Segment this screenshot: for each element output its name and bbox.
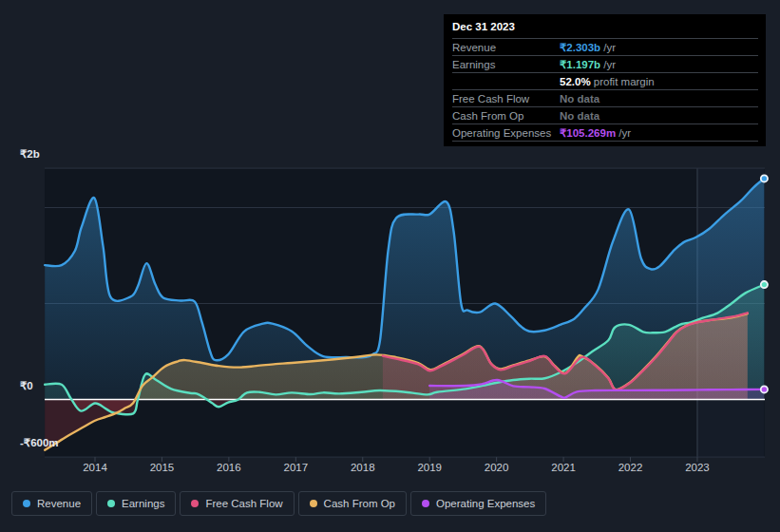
tooltip-value: No data (560, 110, 599, 122)
tooltip-row-revenue: Revenue ₹2.303b /yr (452, 38, 758, 55)
tooltip-value: ₹105.269m /yr (560, 126, 631, 140)
tooltip-value: 52.0% profit margin (560, 76, 655, 87)
y-axis-label: -₹600m (20, 437, 59, 448)
tooltip-label: Cash From Op (452, 110, 560, 122)
tooltip-value-number: No data (560, 93, 599, 104)
tooltip-value-number: No data (560, 110, 599, 122)
tooltip-value: ₹1.197b /yr (560, 58, 616, 71)
legend-label: Revenue (37, 498, 81, 509)
legend-item-cash-from-op[interactable]: Cash From Op (298, 491, 407, 516)
tooltip-value-number: 52.0% (560, 76, 591, 87)
tooltip-row-profit-margin: 52.0% profit margin (452, 72, 758, 89)
series-endpoint-marker (761, 175, 768, 181)
tooltip-value-number: ₹2.303b (560, 42, 600, 53)
legend-label: Free Cash Flow (205, 498, 282, 509)
y-axis-label: ₹2b (20, 148, 40, 160)
y-axis-label: ₹0 (20, 380, 33, 391)
tooltip-row-operating-expenses: Operating Expenses ₹105.269m /yr (452, 124, 758, 142)
x-axis-tick-label: 2017 (284, 462, 309, 473)
tooltip-value: No data (560, 93, 599, 104)
legend-item-revenue[interactable]: Revenue (11, 491, 92, 516)
tooltip-label: Operating Expenses (452, 127, 560, 139)
chart-legend: Revenue Earnings Free Cash Flow Cash Fro… (11, 491, 546, 516)
series-color-dot-icon (107, 500, 115, 507)
x-axis-tick-label: 2019 (417, 462, 442, 473)
tooltip-value-suffix: /yr (616, 127, 631, 139)
tooltip-value-number: ₹1.197b (560, 59, 600, 70)
series-endpoint-marker (761, 386, 768, 392)
x-axis-tick-label: 2020 (485, 462, 509, 473)
x-axis-tick-label: 2022 (618, 462, 643, 473)
series-color-dot-icon (191, 500, 199, 507)
tooltip-value-suffix: /yr (600, 42, 616, 53)
x-axis-tick-label: 2016 (217, 462, 241, 473)
tooltip-value-suffix: profit margin (591, 76, 655, 87)
tooltip-label: Free Cash Flow (452, 93, 560, 104)
x-axis-tick-label: 2014 (83, 462, 107, 473)
tooltip-row-earnings: Earnings ₹1.197b /yr (452, 55, 758, 72)
tooltip-value-suffix: /yr (600, 59, 616, 70)
legend-item-free-cash-flow[interactable]: Free Cash Flow (180, 491, 294, 516)
legend-label: Cash From Op (324, 498, 395, 509)
legend-item-earnings[interactable]: Earnings (96, 491, 176, 516)
series-color-dot-icon (422, 500, 429, 507)
x-axis-tick-label: 2023 (685, 462, 710, 473)
tooltip-label: Earnings (452, 59, 560, 70)
x-axis-tick-label: 2018 (351, 462, 375, 473)
tooltip-date: Dec 31 2023 (452, 14, 758, 38)
tooltip-label: Revenue (452, 42, 560, 53)
series-color-dot-icon (23, 500, 30, 507)
chart-tooltip: Dec 31 2023 Revenue ₹2.303b /yr Earnings… (444, 14, 766, 146)
legend-label: Earnings (122, 498, 164, 509)
tooltip-value: ₹2.303b /yr (560, 41, 616, 54)
tooltip-value-number: ₹105.269m (560, 127, 616, 139)
series-endpoint-marker (761, 281, 768, 288)
tooltip-row-free-cash-flow: Free Cash Flow No data (452, 89, 758, 106)
legend-label: Operating Expenses (436, 498, 535, 509)
legend-item-operating-expenses[interactable]: Operating Expenses (410, 491, 546, 516)
tooltip-row-cash-from-op: Cash From Op No data (452, 106, 758, 124)
series-color-dot-icon (310, 500, 317, 507)
x-axis-tick-label: 2021 (551, 462, 576, 473)
x-axis-tick-label: 2015 (150, 462, 175, 473)
